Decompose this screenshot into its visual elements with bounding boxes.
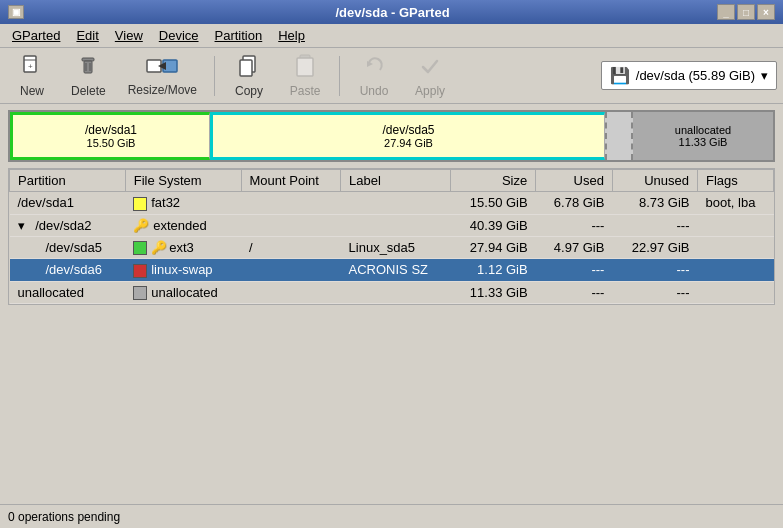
col-used: Used	[536, 170, 613, 192]
col-unused: Unused	[612, 170, 697, 192]
device-dropdown-arrow: ▾	[761, 68, 768, 83]
col-partition: Partition	[10, 170, 126, 192]
cell-flags	[698, 259, 774, 282]
fs-color-indicator	[133, 197, 147, 211]
cell-flags	[698, 236, 774, 259]
paste-button[interactable]: Paste	[279, 52, 331, 100]
toolbar-separator-2	[339, 56, 340, 96]
cell-mountpoint	[241, 281, 341, 304]
close-button[interactable]: ×	[757, 4, 775, 20]
disk-part-sda5[interactable]: /dev/sda5 27.94 GiB	[210, 112, 605, 160]
cell-mountpoint: /	[241, 236, 341, 259]
fs-color-indicator	[133, 264, 147, 278]
apply-button[interactable]: Apply	[404, 52, 456, 100]
cell-size: 1.12 GiB	[451, 259, 536, 282]
table-row[interactable]: unallocatedunallocated11.33 GiB------	[10, 281, 774, 304]
cell-used: 6.78 GiB	[536, 192, 613, 215]
cell-unused: 8.73 GiB	[612, 192, 697, 215]
cell-label	[341, 214, 451, 236]
col-flags: Flags	[698, 170, 774, 192]
key-icon: 🔑	[151, 240, 167, 255]
partition-table: Partition File System Mount Point Label …	[9, 169, 774, 304]
fs-color-indicator	[133, 241, 147, 255]
new-button[interactable]: + New	[6, 52, 58, 100]
cell-filesystem: linux-swap	[125, 259, 241, 282]
disk-visual: /dev/sda1 15.50 GiB /dev/sda5 27.94 GiB …	[8, 110, 775, 162]
cell-label	[341, 281, 451, 304]
cell-flags: boot, lba	[698, 192, 774, 215]
cell-size: 40.39 GiB	[451, 214, 536, 236]
cell-unused: ---	[612, 259, 697, 282]
cell-filesystem: unallocated	[125, 281, 241, 304]
svg-text:+: +	[28, 62, 33, 71]
cell-partition: /dev/sda6	[10, 259, 126, 282]
cell-unused: 22.97 GiB	[612, 236, 697, 259]
cell-partition: /dev/sda5	[10, 236, 126, 259]
copy-button[interactable]: Copy	[223, 52, 275, 100]
menu-edit[interactable]: Edit	[68, 26, 106, 45]
resize-move-button[interactable]: Resize/Move	[119, 52, 206, 100]
cell-mountpoint	[241, 192, 341, 215]
resize-move-icon	[146, 55, 178, 81]
hdd-icon: 💾	[610, 66, 630, 85]
table-row[interactable]: ▾ /dev/sda2🔑extended40.39 GiB------	[10, 214, 774, 236]
cell-flags	[698, 214, 774, 236]
fs-color-indicator	[133, 286, 147, 300]
toolbar-separator-1	[214, 56, 215, 96]
disk-part-sda6[interactable]	[605, 112, 633, 160]
maximize-button[interactable]: □	[737, 4, 755, 20]
cell-partition: unallocated	[10, 281, 126, 304]
cell-partition: ▾ /dev/sda2	[10, 214, 126, 236]
col-filesystem: File System	[125, 170, 241, 192]
status-text: 0 operations pending	[8, 510, 120, 524]
cell-size: 15.50 GiB	[451, 192, 536, 215]
apply-icon	[418, 54, 442, 82]
cell-used: ---	[536, 214, 613, 236]
window-title: /dev/sda - GParted	[68, 5, 717, 20]
svg-rect-13	[297, 58, 313, 76]
lock-icon: 🔑	[133, 218, 149, 233]
menu-gparted[interactable]: GParted	[4, 26, 68, 45]
copy-icon	[237, 54, 261, 82]
disk-part-sda1[interactable]: /dev/sda1 15.50 GiB	[10, 112, 210, 160]
delete-icon	[76, 54, 100, 82]
title-bar: ▣ /dev/sda - GParted _ □ ×	[0, 0, 783, 24]
svg-rect-11	[240, 60, 252, 76]
cell-filesystem: 🔑extended	[125, 214, 241, 236]
status-bar: 0 operations pending	[0, 504, 783, 528]
window-icon: ▣	[8, 5, 24, 19]
cell-partition: /dev/sda1	[10, 192, 126, 215]
undo-icon	[362, 54, 386, 82]
table-row[interactable]: /dev/sda5🔑ext3/Linux_sda527.94 GiB4.97 G…	[10, 236, 774, 259]
menu-help[interactable]: Help	[270, 26, 313, 45]
cell-used: ---	[536, 259, 613, 282]
partition-table-container: Partition File System Mount Point Label …	[8, 168, 775, 305]
paste-icon	[293, 54, 317, 82]
new-icon: +	[20, 54, 44, 82]
cell-label: Linux_sda5	[341, 236, 451, 259]
menu-device[interactable]: Device	[151, 26, 207, 45]
menu-bar: GParted Edit View Device Partition Help	[0, 24, 783, 48]
cell-mountpoint	[241, 214, 341, 236]
table-row[interactable]: /dev/sda6linux-swapACRONIS SZ1.12 GiB---…	[10, 259, 774, 282]
table-row[interactable]: /dev/sda1fat3215.50 GiB6.78 GiB8.73 GiBb…	[10, 192, 774, 215]
cell-mountpoint	[241, 259, 341, 282]
cell-used: ---	[536, 281, 613, 304]
cell-used: 4.97 GiB	[536, 236, 613, 259]
cell-label	[341, 192, 451, 215]
svg-rect-4	[84, 61, 92, 73]
col-size: Size	[451, 170, 536, 192]
col-label: Label	[341, 170, 451, 192]
delete-button[interactable]: Delete	[62, 52, 115, 100]
cell-size: 27.94 GiB	[451, 236, 536, 259]
table-header-row: Partition File System Mount Point Label …	[10, 170, 774, 192]
device-selector[interactable]: 💾 /dev/sda (55.89 GiB) ▾	[601, 61, 777, 90]
menu-partition[interactable]: Partition	[207, 26, 271, 45]
menu-view[interactable]: View	[107, 26, 151, 45]
col-mountpoint: Mount Point	[241, 170, 341, 192]
cell-label: ACRONIS SZ	[341, 259, 451, 282]
minimize-button[interactable]: _	[717, 4, 735, 20]
disk-part-unallocated[interactable]: unallocated 11.33 GiB	[633, 112, 773, 160]
toolbar: + New Delete Resize/Move Copy Past	[0, 48, 783, 104]
undo-button[interactable]: Undo	[348, 52, 400, 100]
